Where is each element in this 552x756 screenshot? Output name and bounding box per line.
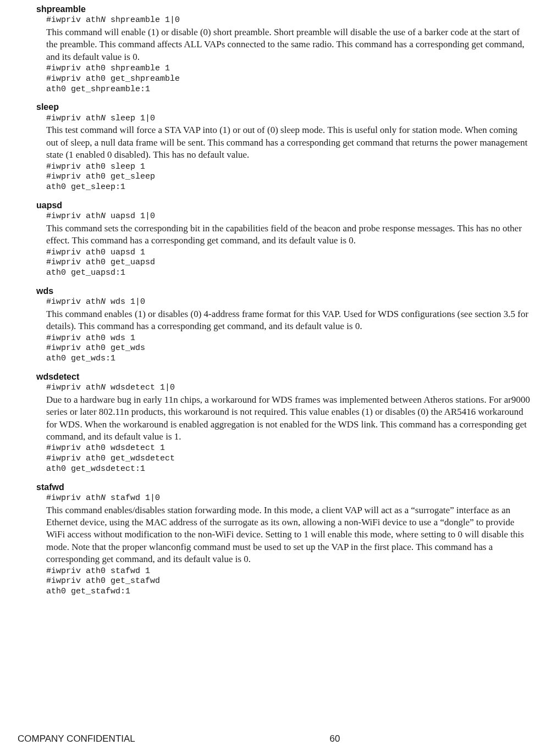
section-title: sleep	[36, 101, 530, 113]
example-block: #iwpriv ath0 stafwd 1 #iwpriv ath0 get_s…	[46, 566, 530, 597]
section-uapsd: uapsd #iwpriv athN uapsd 1|0 This comman…	[46, 199, 530, 279]
section-title: stafwd	[36, 481, 530, 493]
section-title: wdsdetect	[36, 371, 530, 382]
syntax-line: #iwpriv athN uapsd 1|0	[46, 212, 530, 222]
section-shpreamble: shpreamble #iwpriv athN shpreamble 1|0 T…	[46, 3, 530, 94]
section-title: wds	[36, 285, 530, 297]
section-wds: wds #iwpriv athN wds 1|0 This command en…	[46, 285, 530, 364]
syntax-line: #iwpriv athN wds 1|0	[46, 297, 530, 308]
syntax-line: #iwpriv athN sleep 1|0	[46, 114, 530, 124]
section-stafwd: stafwd #iwpriv athN stafwd 1|0 This comm…	[46, 481, 530, 597]
example-block: #iwpriv ath0 uapsd 1 #iwpriv ath0 get_ua…	[46, 248, 530, 279]
example-block: #iwpriv ath0 wdsdetect 1 #iwpriv ath0 ge…	[46, 443, 530, 474]
description-text: This test command will force a STA VAP i…	[46, 124, 530, 161]
description-text: This command will enable (1) or disable …	[46, 26, 530, 63]
page-footer: COMPANY CONFIDENTIAL 60	[0, 733, 552, 745]
section-wdsdetect: wdsdetect #iwpriv athN wdsdetect 1|0 Due…	[46, 371, 530, 475]
syntax-line: #iwpriv athN shpreamble 1|0	[46, 15, 530, 26]
footer-confidential: COMPANY CONFIDENTIAL	[18, 733, 135, 745]
section-sleep: sleep #iwpriv athN sleep 1|0 This test c…	[46, 101, 530, 192]
description-text: This command enables (1) or disables (0)…	[46, 308, 530, 333]
example-block: #iwpriv ath0 wds 1 #iwpriv ath0 get_wds …	[46, 333, 530, 364]
section-title: uapsd	[36, 199, 530, 211]
example-block: #iwpriv ath0 shpreamble 1 #iwpriv ath0 g…	[46, 64, 530, 94]
section-title: shpreamble	[36, 3, 530, 15]
example-block: #iwpriv ath0 sleep 1 #iwpriv ath0 get_sl…	[46, 162, 530, 193]
description-text: This command enables/disables station fo…	[46, 504, 530, 566]
syntax-line: #iwpriv athN wdsdetect 1|0	[46, 383, 530, 393]
footer-page-number: 60	[135, 733, 534, 745]
syntax-line: #iwpriv athN stafwd 1|0	[46, 493, 530, 504]
page-content: shpreamble #iwpriv athN shpreamble 1|0 T…	[46, 0, 530, 597]
description-text: Due to a hardware bug in early 11n chips…	[46, 394, 530, 443]
description-text: This command sets the corresponding bit …	[46, 223, 530, 247]
